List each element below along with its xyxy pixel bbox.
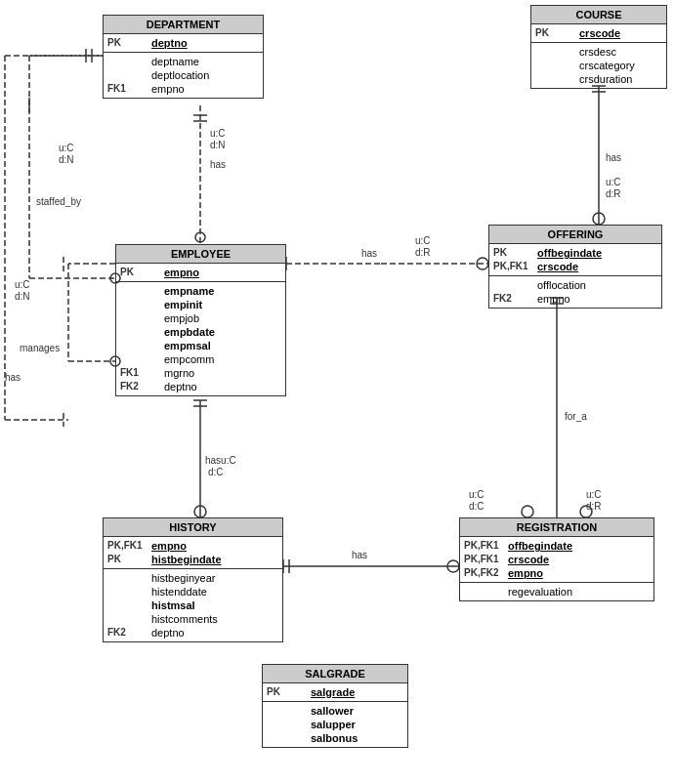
offering-pk-offbegindate: offbegindate [537, 247, 657, 259]
manages-dn: d:N [15, 291, 30, 302]
emp-offering-has-label: has [361, 248, 377, 259]
employee-attr-deptno: deptno [164, 381, 281, 392]
history-attr-deptno: deptno [151, 627, 278, 639]
manages-uc: u:C [15, 279, 30, 290]
circle-dept-emp-has [195, 232, 205, 242]
entity-salgrade: SALGRADE PK salgrade sallower salupper s… [262, 664, 408, 748]
department-attr-empno: empno [151, 83, 259, 95]
emp-history-hasu: hasu:C [205, 455, 236, 466]
staffed-by-label: staffed_by [36, 196, 81, 207]
registration-pk-empno: empno [508, 567, 650, 579]
course-offering-has-label: has [606, 152, 621, 163]
department-pk-attr: deptno [151, 37, 259, 49]
circle-emp-history [194, 506, 206, 517]
registration-pk-offbegindate: offbegindate [508, 540, 650, 552]
course-offering-dr: d:R [606, 188, 621, 199]
entity-employee: EMPLOYEE PK empno empname empinit empjob [115, 244, 286, 396]
employee-attr-empinit: empinit [164, 299, 281, 310]
manages-label: manages [20, 343, 60, 353]
circle-course-offering [593, 213, 605, 225]
course-attr-crscategory: crscategory [579, 60, 662, 71]
dept-emp-left-dn: d:N [59, 154, 74, 165]
history-attr-histmsal: histmsal [151, 599, 278, 611]
offering-reg-dc: d:C [469, 501, 484, 512]
dept-emp-uc: u:C [210, 128, 226, 139]
employee-attr-empbdate: empbdate [164, 326, 281, 338]
department-attr-deptname: deptname [151, 56, 259, 67]
circle-history-reg [447, 560, 459, 572]
entity-offering: OFFERING PK offbegindate PK,FK1 crscode … [488, 225, 662, 309]
department-header: DEPARTMENT [104, 16, 263, 34]
registration-header: REGISTRATION [460, 518, 653, 537]
circle-emp-offering [477, 258, 488, 269]
employee-attr-empname: empname [164, 285, 281, 297]
department-pk-label: PK [107, 37, 151, 49]
salgrade-pk-attr: salgrade [311, 686, 403, 698]
emp-offering-dr: d:R [415, 247, 431, 258]
dept-emp-dn: d:N [210, 140, 226, 150]
offering-attr-offlocation: offlocation [537, 279, 657, 291]
salgrade-attr-salupper: salupper [311, 719, 403, 730]
dept-emp-left-uc: u:C [59, 143, 74, 153]
employee-attr-mgrno: mgrno [164, 367, 281, 379]
emp-offering-uc: u:C [415, 235, 431, 246]
reg-offering-uc: u:C [586, 489, 602, 500]
employee-header: EMPLOYEE [116, 245, 285, 264]
course-header: COURSE [531, 6, 666, 24]
employee-attr-empcomm: empcomm [164, 353, 281, 365]
history-pk-histbegindate: histbegindate [151, 554, 278, 565]
department-fk-empty2 [107, 69, 151, 81]
employee-attr-empjob: empjob [164, 312, 281, 324]
department-fk1-label: FK1 [107, 83, 151, 95]
course-attr-crsduration: crsduration [579, 73, 662, 85]
circle-offering-reg-right [580, 506, 592, 517]
history-attr-histbeginyear: histbeginyear [151, 572, 278, 584]
course-offering-uc: u:C [606, 177, 621, 187]
for-a-label: for_a [565, 411, 587, 422]
course-pk-attr: crscode [579, 27, 662, 39]
history-attr-histenddate: histenddate [151, 586, 278, 598]
registration-attr-regevaluation: regevaluation [508, 586, 650, 598]
history-pk-empno: empno [151, 540, 278, 552]
history-reg-has-label: has [352, 550, 367, 560]
reg-offering-dr: d:R [586, 501, 602, 512]
history-attr-histcomments: histcomments [151, 613, 278, 625]
offering-pk-crscode: crscode [537, 261, 657, 272]
offering-reg-uc: u:C [469, 489, 484, 500]
salgrade-header: SALGRADE [263, 665, 407, 683]
salgrade-attr-salbonus: salbonus [311, 732, 403, 744]
entity-history: HISTORY PK,FK1 empno PK histbegindate hi… [103, 517, 283, 642]
has-left-label: has [5, 372, 21, 383]
department-attr-deptlocation: deptlocation [151, 69, 259, 81]
salgrade-attr-sallower: sallower [311, 705, 403, 717]
dept-emp-has-label: has [210, 159, 226, 170]
emp-history-dc: d:C [208, 467, 224, 477]
entity-registration: REGISTRATION PK,FK1 offbegindate PK,FK1 … [459, 517, 654, 601]
employee-pk-attr: empno [164, 267, 281, 278]
department-fk-empty [107, 56, 151, 67]
course-attr-crsdesc: crsdesc [579, 46, 662, 58]
employee-pk-label: PK [120, 267, 164, 278]
offering-attr-empno: empno [537, 293, 657, 305]
circle-offering-reg-left [522, 506, 533, 517]
history-header: HISTORY [104, 518, 282, 537]
diagram-container: DEPARTMENT PK deptno deptname deptlocati… [0, 0, 674, 784]
offering-header: OFFERING [489, 226, 661, 244]
registration-pk-crscode: crscode [508, 554, 650, 565]
employee-attr-empmsal: empmsal [164, 340, 281, 351]
entity-course: COURSE PK crscode crsdesc crscategory cr… [530, 5, 667, 89]
entity-department: DEPARTMENT PK deptno deptname deptlocati… [103, 15, 264, 99]
